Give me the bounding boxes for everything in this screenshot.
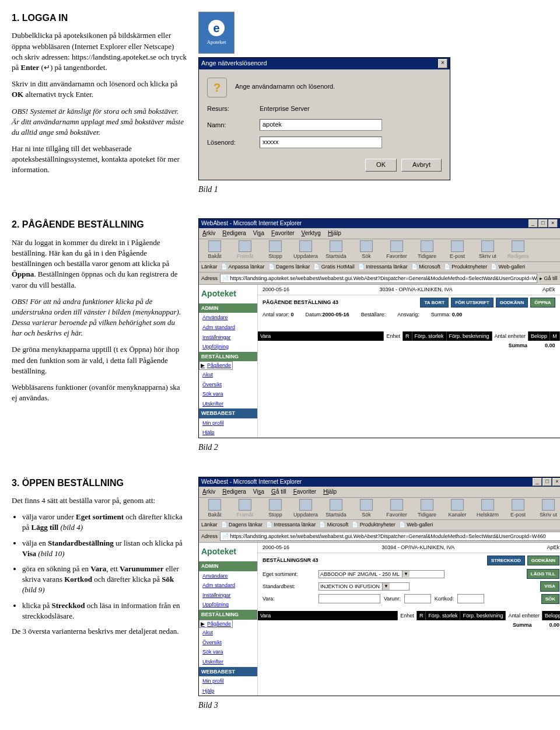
menu-verktyg[interactable]: Verktyg	[302, 229, 321, 237]
godkann-button[interactable]: GODKÄNN	[527, 556, 559, 565]
tb-skrivut[interactable]: Skriv ut	[535, 499, 560, 519]
menu-arkiv[interactable]: Arkiv	[202, 229, 215, 237]
link-produkt[interactable]: 📄 Produktnyheter	[444, 263, 488, 271]
sidebar-min-profil[interactable]: Min profil	[199, 676, 257, 686]
password-dialog: Ange nätverkslösenord × ? Ange användarn…	[198, 57, 450, 180]
sidebar-hjalp[interactable]: Hjälp	[199, 686, 257, 696]
sidebar-min-profil[interactable]: Min profil	[199, 418, 257, 428]
menu-arkiv[interactable]: Arkiv	[202, 488, 215, 496]
tb-bakat[interactable]: Bakåt	[201, 499, 228, 519]
apoteket-desktop-icon[interactable]: e Apoteket	[198, 12, 235, 54]
ie-titlebar: WebAbest - Microsoft Internet Explorer _…	[199, 219, 560, 228]
for-utskrift-button[interactable]: FÖR UTSKRIFT	[451, 298, 494, 308]
menu-redigera[interactable]: Redigera	[222, 488, 246, 496]
minimize-icon[interactable]: _	[528, 219, 538, 228]
tb-sok[interactable]: Sök	[353, 240, 380, 260]
bild-2-caption: Bild 2	[198, 442, 560, 453]
tb-favoriter[interactable]: Favoriter	[383, 499, 410, 519]
close-icon[interactable]: ×	[438, 59, 447, 68]
s1-p4: Har ni inte tillgång till det webbaserad…	[12, 144, 187, 176]
link-dagens[interactable]: 📄 Dagens länkar	[221, 521, 263, 529]
sidebar-uppfoljning[interactable]: Uppföljning	[199, 600, 257, 610]
close-icon[interactable]: ×	[552, 478, 560, 486]
link-intressanta[interactable]: 📄 Intressanta länkar	[266, 521, 316, 529]
sidebar-anvandare[interactable]: Användare	[199, 571, 257, 581]
menu-hjalp[interactable]: Hjälp	[328, 229, 341, 237]
tb-stopp[interactable]: Stopp	[262, 240, 289, 260]
minimize-icon[interactable]: _	[533, 478, 542, 486]
maximize-icon[interactable]: □	[538, 219, 548, 228]
ga-button[interactable]: ▸ Gå till	[540, 275, 558, 282]
menu-favoriter[interactable]: Favoriter	[271, 229, 294, 237]
link-produkt[interactable]: 📄 Produktnyheter	[352, 521, 396, 529]
sidebar-anvandare[interactable]: Användare	[199, 313, 257, 323]
oppna-button[interactable]: ÖPPNA	[530, 298, 555, 308]
link-webgalleri[interactable]: 📄 Web-galleri	[399, 521, 433, 529]
sidebar-oversikt[interactable]: Översikt	[199, 380, 257, 390]
sidebar-sok-vara[interactable]: Sök vara	[199, 389, 257, 399]
password-input[interactable]: xxxxx	[260, 137, 382, 148]
godkann-button[interactable]: GODKÄNN	[496, 298, 528, 308]
varunr-input[interactable]	[404, 594, 431, 603]
link-microsoft[interactable]: 📄 Microsoft	[319, 521, 348, 529]
sidebar-hjalp[interactable]: Hjälp	[199, 428, 257, 438]
tb-sok[interactable]: Sök	[353, 499, 380, 519]
maximize-icon[interactable]: □	[542, 478, 552, 486]
ok-button[interactable]: OK	[365, 159, 397, 171]
lagg-till-button[interactable]: LÄGG TILL	[527, 569, 559, 579]
link-intressanta[interactable]: 📄 Intressanta länkar	[358, 263, 408, 271]
kortkod-input[interactable]	[457, 594, 484, 603]
tb-uppdatera[interactable]: Uppdatera	[292, 240, 319, 260]
sidebar-pagaende[interactable]: Pågående	[199, 620, 233, 628]
tb-stopp[interactable]: Stopp	[262, 499, 289, 519]
sidebar-utskrifter[interactable]: Utskrifter	[199, 657, 257, 667]
sidebar-adm-standard[interactable]: Adm standard	[199, 323, 257, 333]
menu-ga-till[interactable]: Gå till	[271, 488, 286, 496]
sidebar-akut[interactable]: Akut	[199, 628, 257, 638]
sidebar-installningar[interactable]: Inställningar	[199, 333, 257, 343]
sidebar-akut[interactable]: Akut	[199, 370, 257, 380]
link-hotmail[interactable]: 📄 Gratis HotMail	[313, 263, 355, 271]
link-dagens[interactable]: 📄 Dagens länkar	[268, 263, 310, 271]
tabort-button[interactable]: TA BORT	[420, 298, 449, 308]
sidebar-installningar[interactable]: Inställningar	[199, 591, 257, 600]
sidebar-adm-standard[interactable]: Adm standard	[199, 581, 257, 591]
tb-favoriter[interactable]: Favoriter	[383, 240, 410, 260]
tb-startsida[interactable]: Startsida	[323, 240, 349, 260]
tb-uppdatera[interactable]: Uppdatera	[292, 499, 319, 519]
link-microsoft[interactable]: 📄 Microsoft	[411, 263, 440, 271]
sidebar-utskrifter[interactable]: Utskrifter	[199, 399, 257, 409]
link-webgalleri[interactable]: 📄 Web-galleri	[491, 263, 525, 271]
tb-kanaler[interactable]: Kanaler	[444, 499, 471, 519]
tb-bakat[interactable]: Bakåt	[201, 240, 228, 260]
menu-redigera[interactable]: Redigera	[222, 229, 246, 237]
menu-visa[interactable]: Visa	[253, 488, 264, 496]
menu-hjalp[interactable]: Hjälp	[323, 488, 337, 496]
menu-visa[interactable]: Visa	[253, 229, 264, 237]
link-anpassa[interactable]: 📄 Anpassa länkar	[221, 263, 265, 271]
standardbest-select[interactable]: INJEKTION O INFUSION▼	[318, 582, 410, 591]
tb-helskarm[interactable]: Helskärm	[474, 499, 501, 519]
sidebar-sok-vara[interactable]: Sök vara	[199, 647, 257, 657]
tb-startsida[interactable]: Startsida	[323, 499, 349, 519]
address-input[interactable]: 📄 https://landsting.apoteket.se/webabest…	[220, 274, 537, 284]
vara-input[interactable]	[318, 594, 380, 603]
username-input[interactable]: apotek	[260, 119, 382, 131]
close-icon[interactable]: ×	[548, 219, 558, 228]
tb-tidigare[interactable]: Tidigare	[414, 240, 440, 260]
sidebar-uppfoljning[interactable]: Uppföljning	[199, 342, 257, 352]
eget-sortiment-select[interactable]: ABBODOP INF 2MG/ML - 250 ML▼	[318, 570, 444, 579]
sidebar-oversikt[interactable]: Översikt	[199, 638, 257, 648]
sidebar-admin-hdr: ADMIN	[199, 303, 257, 313]
visa-button[interactable]: VISA	[540, 581, 559, 591]
sidebar-pagaende[interactable]: Pågående	[199, 361, 233, 370]
tb-epost[interactable]: E-post	[444, 240, 471, 260]
tb-tidigare[interactable]: Tidigare	[414, 499, 440, 519]
sok-button[interactable]: SÖK	[541, 594, 559, 604]
tb-skrivut[interactable]: Skriv ut	[474, 240, 501, 260]
streckkod-button[interactable]: STRECKKOD	[487, 556, 525, 565]
menu-favoriter[interactable]: Favoriter	[293, 488, 316, 496]
address-input[interactable]: 📄 https://landsting.apoteket.se/webabest…	[220, 532, 560, 542]
tb-epost[interactable]: E-post	[505, 499, 531, 519]
avbryt-button[interactable]: Avbryt	[401, 159, 442, 171]
